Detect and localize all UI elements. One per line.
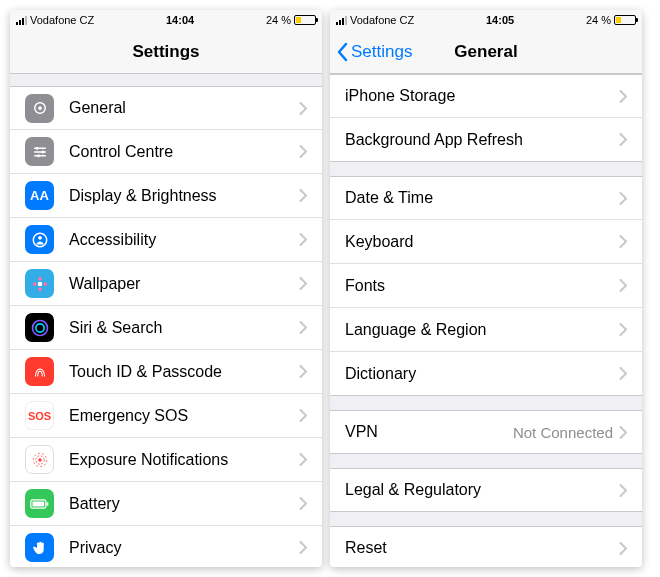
chevron-right-icon	[619, 279, 627, 292]
phone-settings: Vodafone CZ 14:04 24 % Settings GeneralC…	[10, 10, 322, 567]
row-label: Touch ID & Passcode	[69, 363, 299, 381]
general-icon	[25, 94, 54, 123]
battery-icon	[294, 15, 316, 25]
row-value: Not Connected	[513, 424, 613, 441]
battery-pct: 24 %	[266, 14, 291, 26]
chevron-right-icon	[619, 542, 627, 555]
row-label: Privacy	[69, 539, 299, 557]
svg-point-16	[35, 323, 43, 331]
settings-content: GeneralControl CentreAADisplay & Brightn…	[10, 74, 322, 567]
general-group: Legal & Regulatory	[330, 468, 642, 512]
back-button[interactable]: Settings	[336, 42, 412, 62]
svg-point-9	[38, 235, 42, 239]
row-battery[interactable]: Battery	[10, 482, 322, 526]
svg-rect-21	[32, 501, 44, 506]
row-label: Siri & Search	[69, 319, 299, 337]
chevron-right-icon	[619, 192, 627, 205]
page-title: Settings	[132, 42, 199, 62]
general-group: ResetShut Down	[330, 526, 642, 567]
row-label: Emergency SOS	[69, 407, 299, 425]
chevron-right-icon	[299, 497, 307, 510]
chevron-right-icon	[619, 426, 627, 439]
accessibility-icon	[25, 225, 54, 254]
svg-point-14	[43, 282, 47, 286]
row-label: Dictionary	[345, 365, 619, 383]
row-accessibility[interactable]: Accessibility	[10, 218, 322, 262]
svg-point-17	[38, 458, 41, 461]
row-emergency-sos[interactable]: SOSEmergency SOS	[10, 394, 322, 438]
row-label: iPhone Storage	[345, 87, 619, 105]
row-legal-regulatory[interactable]: Legal & Regulatory	[330, 468, 642, 512]
siri-search-icon	[25, 313, 54, 342]
status-bar: Vodafone CZ 14:05 24 %	[330, 10, 642, 30]
svg-point-13	[32, 282, 36, 286]
wallpaper-icon	[25, 269, 54, 298]
chevron-right-icon	[299, 409, 307, 422]
row-label: Language & Region	[345, 321, 619, 339]
display-brightness-icon: AA	[25, 181, 54, 210]
chevron-right-icon	[619, 90, 627, 103]
chevron-right-icon	[299, 277, 307, 290]
chevron-right-icon	[619, 235, 627, 248]
carrier-label: Vodafone CZ	[350, 14, 414, 26]
row-label: Battery	[69, 495, 299, 513]
row-label: VPN	[345, 423, 513, 441]
battery-icon	[614, 15, 636, 25]
row-label: Fonts	[345, 277, 619, 295]
row-label: Control Centre	[69, 143, 299, 161]
navbar: Settings General	[330, 30, 642, 74]
svg-point-5	[35, 146, 38, 149]
svg-rect-22	[46, 502, 48, 505]
row-label: Keyboard	[345, 233, 619, 251]
signal-icon	[336, 15, 347, 25]
row-label: Reset	[345, 539, 619, 557]
emergency-sos-icon: SOS	[25, 401, 54, 430]
row-fonts[interactable]: Fonts	[330, 264, 642, 308]
row-label: Wallpaper	[69, 275, 299, 293]
svg-point-10	[37, 281, 42, 286]
row-display-brightness[interactable]: AADisplay & Brightness	[10, 174, 322, 218]
battery-pct: 24 %	[586, 14, 611, 26]
chevron-right-icon	[299, 102, 307, 115]
chevron-right-icon	[619, 484, 627, 497]
chevron-right-icon	[299, 321, 307, 334]
row-date-time[interactable]: Date & Time	[330, 176, 642, 220]
row-siri-search[interactable]: Siri & Search	[10, 306, 322, 350]
row-label: Accessibility	[69, 231, 299, 249]
signal-icon	[16, 15, 27, 25]
row-reset[interactable]: Reset	[330, 526, 642, 567]
svg-point-8	[33, 233, 47, 247]
chevron-right-icon	[299, 145, 307, 158]
navbar: Settings	[10, 30, 322, 74]
row-background-refresh[interactable]: Background App Refresh	[330, 118, 642, 162]
back-label: Settings	[351, 42, 412, 62]
control-centre-icon	[25, 137, 54, 166]
row-exposure-notifications[interactable]: Exposure Notifications	[10, 438, 322, 482]
row-iphone-storage[interactable]: iPhone Storage	[330, 74, 642, 118]
row-touchid-passcode[interactable]: Touch ID & Passcode	[10, 350, 322, 394]
svg-point-12	[38, 287, 42, 291]
row-control-centre[interactable]: Control Centre	[10, 130, 322, 174]
row-keyboard[interactable]: Keyboard	[330, 220, 642, 264]
row-privacy[interactable]: Privacy	[10, 526, 322, 567]
row-label: Background App Refresh	[345, 131, 619, 149]
row-dictionary[interactable]: Dictionary	[330, 352, 642, 396]
general-group: Date & TimeKeyboardFontsLanguage & Regio…	[330, 176, 642, 396]
row-language-region[interactable]: Language & Region	[330, 308, 642, 352]
settings-group: GeneralControl CentreAADisplay & Brightn…	[10, 86, 322, 567]
carrier-label: Vodafone CZ	[30, 14, 94, 26]
exposure-notifications-icon	[25, 445, 54, 474]
row-wallpaper[interactable]: Wallpaper	[10, 262, 322, 306]
chevron-right-icon	[299, 233, 307, 246]
general-content: iPhone StorageBackground App RefreshDate…	[330, 74, 642, 567]
phone-general: Vodafone CZ 14:05 24 % Settings General …	[330, 10, 642, 567]
svg-point-11	[38, 276, 42, 280]
clock: 14:04	[166, 14, 194, 26]
status-bar: Vodafone CZ 14:04 24 %	[10, 10, 322, 30]
row-vpn[interactable]: VPNNot Connected	[330, 410, 642, 454]
chevron-right-icon	[619, 367, 627, 380]
chevron-left-icon	[336, 42, 348, 62]
row-general[interactable]: General	[10, 86, 322, 130]
svg-point-7	[37, 154, 40, 157]
general-group: VPNNot Connected	[330, 410, 642, 454]
